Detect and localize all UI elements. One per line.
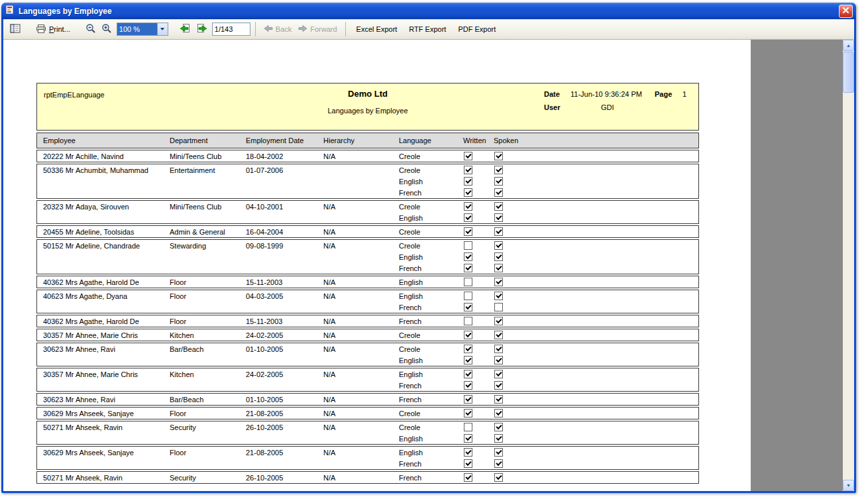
hierarchy-cell: N/A bbox=[320, 152, 394, 160]
written-checkbox bbox=[464, 448, 472, 457]
department-cell: Security bbox=[168, 423, 244, 431]
language-cell: Creole bbox=[394, 345, 461, 353]
forward-label: Forward bbox=[310, 25, 337, 33]
spoken-checkbox bbox=[494, 473, 503, 482]
spoken-checkbox bbox=[494, 434, 503, 443]
next-page-button[interactable] bbox=[193, 21, 209, 37]
prev-page-button[interactable] bbox=[178, 21, 193, 37]
employee-cell: 20455 Mr Adeline, Toolsidas bbox=[37, 228, 168, 236]
spoken-checkbox bbox=[494, 423, 503, 431]
department-cell: Floor bbox=[168, 292, 244, 300]
col-header-spoken: Spoken bbox=[491, 137, 524, 144]
employee-group: 30357 Mr Ahnee, Marie ChrisKitchen24-02-… bbox=[36, 368, 699, 392]
zoom-dropdown[interactable]: 100 % bbox=[117, 23, 168, 36]
language-cell: English bbox=[394, 357, 461, 364]
hierarchy-cell: N/A bbox=[320, 410, 394, 417]
forward-button[interactable]: Forward bbox=[295, 21, 340, 37]
employment-date-cell: 26-10-2005 bbox=[244, 423, 320, 431]
hierarchy-cell: N/A bbox=[320, 292, 394, 300]
table-row: English bbox=[37, 212, 698, 223]
scrollbar-thumb[interactable] bbox=[843, 52, 854, 93]
language-cell: Creole bbox=[394, 331, 461, 339]
rtf-export-button[interactable]: RTF Export bbox=[403, 21, 452, 37]
language-cell: French bbox=[394, 189, 461, 197]
col-header-hierarchy: Hierarchy bbox=[320, 137, 394, 144]
spoken-checkbox bbox=[494, 331, 503, 339]
language-cell: Creole bbox=[394, 228, 461, 236]
table-row: French bbox=[37, 380, 698, 391]
back-button[interactable]: Back bbox=[260, 21, 295, 37]
table-row: 30623 Mr Ahnee, RaviBar/Beach01-10-2005N… bbox=[37, 343, 698, 355]
scrollbar-track[interactable] bbox=[843, 51, 854, 480]
table-row: 50271 Mr Ahseek, RavinSecurity26-10-2005… bbox=[37, 472, 698, 483]
titlebar[interactable]: Languages by Employee bbox=[1, 3, 856, 19]
pdf-export-button[interactable]: PDF Export bbox=[452, 21, 502, 37]
table-row: 40362 Mrs Agathe, Harold DeFloor15-11-20… bbox=[37, 315, 698, 327]
language-cell: Creole bbox=[394, 152, 461, 160]
report-meta: Date 11-Jun-10 9:36:24 PM Page 1 User GD… bbox=[544, 90, 693, 111]
table-row: 30629 Mrs Ahseek, SanjayeFloor21-08-2005… bbox=[37, 408, 698, 419]
language-cell: French bbox=[394, 460, 461, 468]
employee-cell: 30623 Mr Ahnee, Ravi bbox=[37, 396, 168, 404]
employment-date-cell: 09-08-1999 bbox=[244, 242, 320, 250]
employee-cell: 30629 Mrs Ahseek, Sanjaye bbox=[37, 449, 168, 457]
department-cell: Floor bbox=[168, 410, 244, 417]
written-checkbox bbox=[464, 409, 472, 417]
spoken-checkbox bbox=[494, 177, 503, 186]
employee-group: 50336 Mr Achumbit, MuhammadEntertainment… bbox=[36, 164, 699, 199]
written-checkbox bbox=[464, 227, 472, 236]
scroll-up-button[interactable]: ▲ bbox=[843, 40, 854, 51]
employee-group: 40362 Mrs Agathe, Harold DeFloor15-11-20… bbox=[36, 315, 699, 327]
print-label: Print... bbox=[49, 25, 70, 33]
employment-date-cell: 01-10-2005 bbox=[244, 345, 320, 353]
department-cell: Floor bbox=[168, 449, 244, 457]
employment-date-cell: 04-03-2005 bbox=[244, 292, 320, 300]
spoken-checkbox bbox=[494, 188, 503, 197]
spoken-checkbox bbox=[494, 448, 503, 457]
page-number-input[interactable] bbox=[212, 23, 250, 36]
written-checkbox bbox=[464, 213, 472, 222]
written-checkbox bbox=[464, 317, 472, 325]
employee-cell: 40362 Mrs Agathe, Harold De bbox=[37, 317, 168, 325]
hierarchy-cell: N/A bbox=[320, 331, 394, 339]
zoom-in-icon bbox=[101, 23, 112, 36]
zoom-out-button[interactable] bbox=[83, 21, 99, 37]
spoken-checkbox bbox=[494, 252, 503, 261]
col-header-department: Department bbox=[168, 137, 244, 144]
employee-group: 40623 Mrs Agathe, DyanaFloor04-03-2005N/… bbox=[36, 290, 699, 313]
zoom-value: 100 % bbox=[117, 23, 157, 35]
language-cell: Creole bbox=[394, 203, 461, 211]
spoken-checkbox bbox=[494, 345, 503, 353]
employee-group: 30629 Mrs Ahseek, SanjayeFloor21-08-2005… bbox=[36, 407, 699, 419]
prev-page-icon bbox=[180, 23, 191, 36]
back-arrow-icon bbox=[264, 25, 273, 34]
employee-cell: 20222 Mr Achille, Navind bbox=[37, 152, 168, 160]
department-cell: Entertainment bbox=[168, 166, 244, 174]
language-cell: Creole bbox=[394, 410, 461, 417]
chevron-down-icon[interactable] bbox=[157, 23, 168, 35]
employment-date-cell: 24-02-2005 bbox=[244, 370, 320, 378]
table-row: English bbox=[37, 355, 698, 366]
close-button[interactable] bbox=[839, 5, 853, 18]
excel-export-button[interactable]: Excel Export bbox=[351, 21, 404, 37]
employee-cell: 40362 Mrs Agathe, Harold De bbox=[37, 278, 168, 286]
department-cell: Bar/Beach bbox=[168, 396, 244, 404]
spoken-checkbox bbox=[494, 264, 503, 272]
written-checkbox bbox=[464, 331, 472, 339]
table-row: 30357 Mr Ahnee, Marie ChrisKitchen24-02-… bbox=[37, 329, 698, 341]
printer-icon bbox=[36, 24, 46, 35]
language-cell: French bbox=[394, 382, 461, 390]
scroll-down-button[interactable]: ▼ bbox=[843, 480, 854, 491]
print-button[interactable]: Print... bbox=[32, 21, 74, 37]
employment-date-cell: 16-04-2004 bbox=[244, 228, 320, 236]
language-cell: English bbox=[394, 178, 461, 186]
vertical-scrollbar[interactable]: ▲ ▼ bbox=[843, 40, 854, 491]
language-cell: Creole bbox=[394, 423, 461, 431]
employee-group: 20222 Mr Achille, NavindMini/Teens Club1… bbox=[36, 150, 699, 162]
back-label: Back bbox=[276, 25, 292, 33]
employee-cell: 30357 Mr Ahnee, Marie Chris bbox=[37, 331, 168, 339]
toggle-group-tree-button[interactable] bbox=[7, 21, 23, 37]
table-row: French bbox=[37, 458, 698, 469]
employee-cell: 50336 Mr Achumbit, Muhammad bbox=[37, 166, 168, 174]
zoom-in-button[interactable] bbox=[99, 21, 115, 37]
